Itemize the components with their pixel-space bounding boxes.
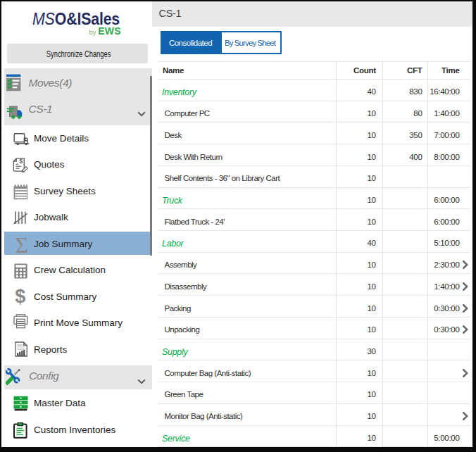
svg-text:$: $	[20, 158, 23, 165]
svg-text:$: $	[15, 287, 25, 306]
svg-text:Σ: Σ	[15, 236, 28, 254]
